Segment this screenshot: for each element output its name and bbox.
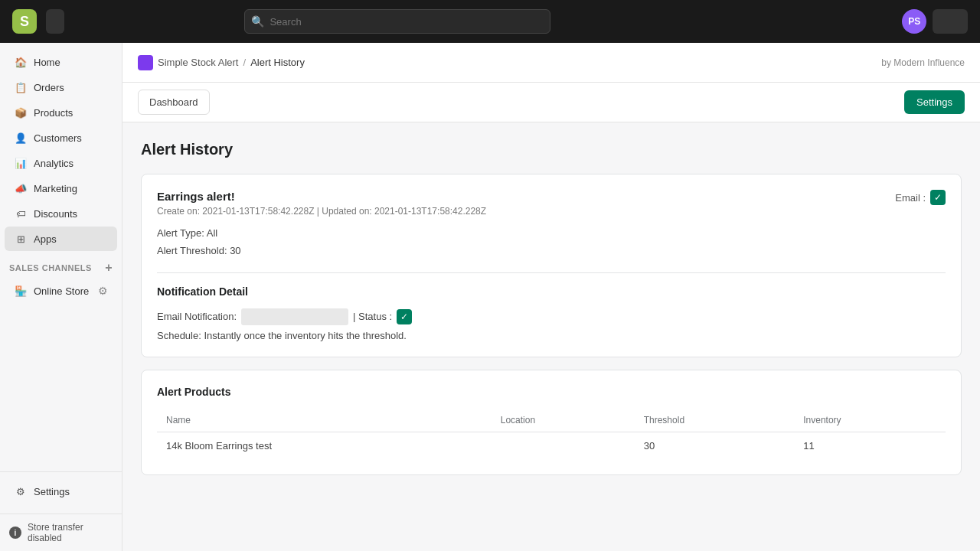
page-content: Alert History Earrings alert! Create on:… <box>122 122 980 551</box>
alert-title: Earrings alert! <box>157 190 486 203</box>
home-icon: 🏠 <box>14 55 28 69</box>
alert-products-title: Alert Products <box>157 386 946 398</box>
store-transfer-label: Store transfer disabled <box>28 522 113 543</box>
alert-threshold: Alert Threshold: 30 <box>157 242 946 259</box>
top-nav: S 🔍 PS <box>0 0 980 43</box>
alert-meta: Create on: 2021-01-13T17:58:42.228Z | Up… <box>157 206 486 217</box>
table-row: 14k Bloom Earrings test 30 11 <box>157 432 946 459</box>
sidebar-item-customers[interactable]: 👤 Customers <box>5 126 117 150</box>
alert-info: Alert Type: All Alert Threshold: 30 <box>157 224 946 260</box>
app-header: Simple Stock Alert / Alert History by Mo… <box>122 43 980 83</box>
sidebar-label-discounts: Discounts <box>34 208 77 220</box>
apps-icon: ⊞ <box>14 232 28 246</box>
sales-channels-header: SALES CHANNELS + <box>0 252 122 278</box>
discounts-icon: 🏷 <box>14 207 28 220</box>
table-body: 14k Bloom Earrings test 30 11 <box>157 432 946 459</box>
layout: 🏠 Home 📋 Orders 📦 Products 👤 Customers 📊… <box>0 43 980 551</box>
sidebar-label-apps: Apps <box>34 233 57 245</box>
sidebar-bottom: ⚙ Settings <box>0 471 122 514</box>
alert-header: Earrings alert! Create on: 2021-01-13T17… <box>157 190 946 224</box>
email-notif-label: Email Notification: <box>157 311 237 322</box>
alert-products-card: Alert Products Name Location Threshold I… <box>141 370 962 475</box>
tabs: Dashboard <box>138 90 210 115</box>
col-location: Location <box>492 409 635 432</box>
alert-title-wrap: Earrings alert! Create on: 2021-01-13T17… <box>157 190 486 224</box>
tab-bar: Dashboard Settings <box>122 83 980 122</box>
online-store-icon: 🏪 <box>14 284 28 298</box>
avatar: PS <box>902 9 926 34</box>
divider-1 <box>157 272 946 273</box>
schedule-value: Instantly once the inventory hits the th… <box>204 330 407 341</box>
sidebar-label-settings: Settings <box>34 486 70 497</box>
col-inventory: Inventory <box>794 409 946 432</box>
sidebar: 🏠 Home 📋 Orders 📦 Products 👤 Customers 📊… <box>0 43 122 551</box>
sidebar-label-home: Home <box>34 57 60 68</box>
product-inventory: 11 <box>794 432 946 459</box>
email-notif-value-box <box>241 308 348 325</box>
col-name: Name <box>157 409 492 432</box>
shopify-logo: S <box>12 9 37 34</box>
sidebar-item-marketing[interactable]: 📣 Marketing <box>5 176 117 201</box>
breadcrumb-app-name: Simple Stock Alert <box>158 57 239 68</box>
table-header: Name Location Threshold Inventory <box>157 409 946 432</box>
add-sales-channel-icon[interactable]: + <box>105 261 113 275</box>
info-icon: i <box>9 527 21 539</box>
settings-icon: ⚙ <box>14 484 28 498</box>
sidebar-label-orders: Orders <box>34 82 64 93</box>
product-name: 14k Bloom Earrings test <box>157 432 492 459</box>
sidebar-label-online-store: Online Store <box>34 285 89 297</box>
nav-right: PS <box>902 9 968 34</box>
search-bar: 🔍 <box>244 9 550 34</box>
sales-channels-label: SALES CHANNELS <box>9 263 92 272</box>
alert-products-table: Name Location Threshold Inventory 14k Bl… <box>157 409 946 459</box>
sidebar-nav: 🏠 Home 📋 Orders 📦 Products 👤 Customers 📊… <box>0 43 122 471</box>
store-name-button[interactable] <box>46 9 64 34</box>
page-title: Alert History <box>141 141 962 158</box>
breadcrumb-separator: / <box>243 57 247 68</box>
sidebar-item-products[interactable]: 📦 Products <box>5 100 117 125</box>
tab-dashboard[interactable]: Dashboard <box>138 90 210 115</box>
breadcrumb-current-page: Alert History <box>250 57 305 68</box>
product-threshold: 30 <box>635 432 795 459</box>
main-content: Simple Stock Alert / Alert History by Mo… <box>122 43 980 551</box>
sidebar-item-orders[interactable]: 📋 Orders <box>5 75 117 99</box>
breadcrumb: Simple Stock Alert / Alert History <box>138 55 305 70</box>
sidebar-label-customers: Customers <box>34 132 82 144</box>
sidebar-item-online-store[interactable]: 🏪 Online Store ⚙ <box>5 279 117 303</box>
customers-icon: 👤 <box>14 131 28 145</box>
alert-card: Earrings alert! Create on: 2021-01-13T17… <box>141 174 962 357</box>
analytics-icon: 📊 <box>14 156 28 170</box>
sidebar-item-settings[interactable]: ⚙ Settings <box>5 479 117 504</box>
sidebar-item-apps[interactable]: ⊞ Apps <box>5 227 117 251</box>
online-store-settings-icon[interactable]: ⚙ <box>98 285 108 297</box>
products-icon: 📦 <box>14 106 28 119</box>
nav-extra-button[interactable] <box>933 9 968 34</box>
sidebar-label-marketing: Marketing <box>34 183 77 194</box>
email-label: Email : <box>895 192 926 204</box>
notif-row: Email Notification: | Status : ✓ <box>157 308 946 325</box>
sidebar-item-discounts[interactable]: 🏷 Discounts <box>5 201 117 226</box>
alert-type: Alert Type: All <box>157 224 946 242</box>
schedule-row: Schedule: Instantly once the inventory h… <box>157 330 946 341</box>
marketing-icon: 📣 <box>14 181 28 195</box>
status-label: | Status : <box>353 311 392 322</box>
schedule-label: Schedule: <box>157 330 201 341</box>
col-threshold: Threshold <box>635 409 795 432</box>
sidebar-item-home[interactable]: 🏠 Home <box>5 50 117 74</box>
search-input[interactable] <box>244 9 550 34</box>
product-location <box>492 432 635 459</box>
status-check-icon: ✓ <box>397 309 412 324</box>
notification-detail: Notification Detail Email Notification: … <box>157 285 946 341</box>
store-transfer-banner: i Store transfer disabled <box>0 514 122 551</box>
search-icon: 🔍 <box>251 15 264 28</box>
orders-icon: 📋 <box>14 80 28 94</box>
by-developer-text: by Modern Influence <box>881 57 965 68</box>
sidebar-label-analytics: Analytics <box>34 158 74 169</box>
settings-button[interactable]: Settings <box>904 90 965 114</box>
products-card-inner: Alert Products Name Location Threshold I… <box>142 370 961 474</box>
sidebar-item-analytics[interactable]: 📊 Analytics <box>5 151 117 175</box>
alert-email-badge: Email : ✓ <box>895 190 946 205</box>
sidebar-label-products: Products <box>34 107 73 119</box>
alert-card-inner: Earrings alert! Create on: 2021-01-13T17… <box>142 174 961 357</box>
notification-section-title: Notification Detail <box>157 285 946 298</box>
